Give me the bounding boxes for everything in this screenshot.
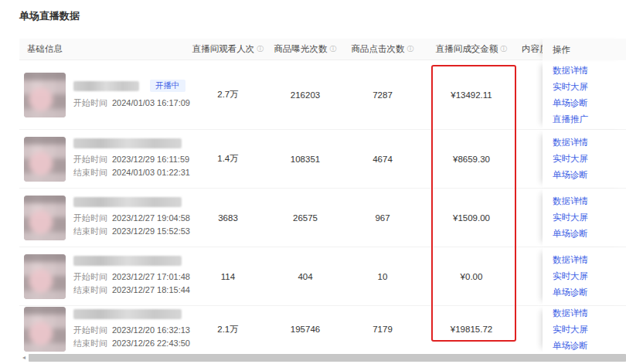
action-live-promotion[interactable]: 直播推广 xyxy=(553,111,626,128)
action-session-diagnosis[interactable]: 单场诊断 xyxy=(553,284,626,301)
stream-thumbnail xyxy=(24,254,66,299)
action-realtime-screen[interactable]: 实时大屏 xyxy=(553,321,626,338)
clicks-value: 10 xyxy=(344,272,421,281)
action-realtime-screen[interactable]: 实时大屏 xyxy=(553,151,626,167)
blurred-stream-title xyxy=(73,197,182,207)
blurred-stream-title xyxy=(73,81,139,91)
actions-cell: 数据详情 实时大屏 单场诊断 xyxy=(543,189,626,247)
action-realtime-screen[interactable]: 实时大屏 xyxy=(553,79,626,95)
action-realtime-screen[interactable]: 实时大屏 xyxy=(553,268,626,284)
col-gmv-label: 直播间成交金额 xyxy=(436,43,498,55)
exposures-value: 216203 xyxy=(267,90,344,100)
action-realtime-screen[interactable]: 实时大屏 xyxy=(553,209,626,226)
table-header-row: 基础信息 直播间观看人次 ⓘ 商品曝光次数 ⓘ 商品点击次数 ⓘ 直播间成交金额… xyxy=(19,39,626,60)
col-viewers: 直播间观看人次 ⓘ xyxy=(189,43,267,55)
col-exposures: 商品曝光次数 ⓘ xyxy=(267,43,344,55)
start-time-line: 开始时间2023/12/27 19:04:58 xyxy=(73,212,189,225)
blurred-stream-title xyxy=(73,256,182,266)
blurred-image xyxy=(24,196,66,240)
col-gmv: 直播间成交金额 ⓘ xyxy=(421,43,522,55)
col-clicks: 商品点击次数 ⓘ xyxy=(344,43,421,55)
blurred-image xyxy=(24,254,66,299)
scrollbar-track[interactable] xyxy=(29,354,626,362)
exposures-value: 26575 xyxy=(267,213,344,223)
clicks-value: 7287 xyxy=(344,90,421,100)
info-icon[interactable]: ⓘ xyxy=(407,46,414,53)
gmv-value: ¥13492.11 xyxy=(421,90,522,100)
live-data-table: 基础信息 直播间观看人次 ⓘ 商品曝光次数 ⓘ 商品点击次数 ⓘ 直播间成交金额… xyxy=(19,39,626,362)
action-session-diagnosis[interactable]: 单场诊断 xyxy=(553,226,626,242)
end-time-line: 结束时间2023/12/29 15:52:53 xyxy=(73,225,189,238)
clicks-value: 4674 xyxy=(344,155,421,164)
exposures-value: 195746 xyxy=(267,325,344,334)
page-title: 单场直播数据 xyxy=(19,9,626,23)
table-row: 开始时间2023/12/27 19:04:58 结束时间2023/12/29 1… xyxy=(19,189,626,247)
table-row: 开始时间2023/12/20 16:32:13 结束时间2023/12/26 2… xyxy=(19,306,626,352)
basic-info-cell: 开始时间2023/12/27 19:04:58 结束时间2023/12/29 1… xyxy=(19,196,189,240)
end-time-line: 结束时间2023/12/26 22:43:50 xyxy=(73,337,189,350)
stream-thumbnail xyxy=(24,196,66,240)
stream-thumbnail xyxy=(24,137,66,182)
exposures-value: 108351 xyxy=(267,155,344,164)
basic-info-cell: 开始时间2023/12/27 17:01:48 结束时间2023/12/27 1… xyxy=(19,254,189,299)
col-basic-info: 基础信息 xyxy=(19,43,189,55)
basic-info-cell: 开始时间2023/12/20 16:32:13 结束时间2023/12/26 2… xyxy=(19,307,189,352)
stream-thumbnail xyxy=(24,307,66,352)
scrollbar-thumb[interactable] xyxy=(29,354,626,362)
gmv-value: ¥1509.00 xyxy=(421,213,522,223)
action-data-detail[interactable]: 数据详情 xyxy=(553,134,626,151)
scroll-left-arrow-icon[interactable]: ◂ xyxy=(19,354,29,362)
col-viewers-label: 直播间观看人次 xyxy=(192,43,255,55)
action-data-detail[interactable]: 数据详情 xyxy=(553,63,626,79)
viewers-value: 3683 xyxy=(189,213,267,223)
action-session-diagnosis[interactable]: 单场诊断 xyxy=(553,167,626,183)
col-actions: 操作 xyxy=(543,39,626,60)
blurred-image xyxy=(24,137,66,182)
action-data-detail[interactable]: 数据详情 xyxy=(553,193,626,209)
start-time-line: 开始时间2023/12/29 16:11:59 xyxy=(73,153,189,166)
clicks-value: 7179 xyxy=(344,325,421,334)
basic-info-cell: 开播中 开始时间2024/01/03 16:17:09 xyxy=(19,73,189,117)
horizontal-scrollbar: ◂ xyxy=(19,353,626,362)
viewers-value: 114 xyxy=(189,272,267,281)
action-data-detail[interactable]: 数据详情 xyxy=(553,252,626,268)
live-status-badge: 开播中 xyxy=(150,80,185,92)
start-time-line: 开始时间2023/12/27 17:01:48 xyxy=(73,270,189,284)
actions-cell: 数据详情 实时大屏 单场诊断 xyxy=(543,130,626,188)
start-time-line: 开始时间2024/01/03 16:17:09 xyxy=(73,97,189,110)
info-icon[interactable]: ⓘ xyxy=(330,46,337,53)
blurred-image xyxy=(24,307,66,352)
blurred-stream-title xyxy=(73,309,182,319)
stream-thumbnail xyxy=(24,73,66,117)
exposures-value: 404 xyxy=(267,272,344,281)
action-session-diagnosis[interactable]: 单场诊断 xyxy=(553,95,626,111)
table-row: 开始时间2023/12/29 16:11:59 结束时间2024/01/03 0… xyxy=(19,130,626,189)
gmv-value: ¥0.00 xyxy=(421,272,522,281)
gmv-value: ¥19815.72 xyxy=(421,325,522,334)
actions-cell: 数据详情 实时大屏 单场诊断 直播推广 xyxy=(543,60,626,129)
col-clicks-label: 商品点击次数 xyxy=(352,43,405,55)
table-row: 开播中 开始时间2024/01/03 16:17:09 2.7万 216203 … xyxy=(19,60,626,130)
col-exposures-label: 商品曝光次数 xyxy=(274,43,328,55)
live-data-page: 单场直播数据 基础信息 直播间观看人次 ⓘ 商品曝光次数 ⓘ 商品点击次数 ⓘ … xyxy=(0,0,626,364)
table-row: 开始时间2023/12/27 17:01:48 结束时间2023/12/27 1… xyxy=(19,247,626,306)
viewers-value: 2.1万 xyxy=(189,324,267,335)
action-session-diagnosis[interactable]: 单场诊断 xyxy=(553,338,626,353)
actions-cell: 数据详情 实时大屏 单场诊断 xyxy=(543,247,626,305)
end-time-line: 结束时间2023/12/27 18:15:44 xyxy=(73,284,189,297)
viewers-value: 2.7万 xyxy=(189,89,267,100)
end-time-line: 结束时间2024/01/03 01:22:31 xyxy=(73,166,189,179)
info-icon[interactable]: ⓘ xyxy=(257,46,264,53)
blurred-stream-title xyxy=(73,138,182,148)
start-time-line: 开始时间2023/12/20 16:32:13 xyxy=(73,324,189,337)
clicks-value: 967 xyxy=(344,213,421,223)
gmv-value: ¥8659.30 xyxy=(421,155,522,164)
info-icon[interactable]: ⓘ xyxy=(500,46,507,53)
actions-cell: 数据详情 实时大屏 单场诊断 xyxy=(543,306,626,352)
blurred-image xyxy=(24,73,66,117)
viewers-value: 1.4万 xyxy=(189,153,267,165)
basic-info-cell: 开始时间2023/12/29 16:11:59 结束时间2024/01/03 0… xyxy=(19,137,189,182)
action-data-detail[interactable]: 数据详情 xyxy=(553,306,626,321)
